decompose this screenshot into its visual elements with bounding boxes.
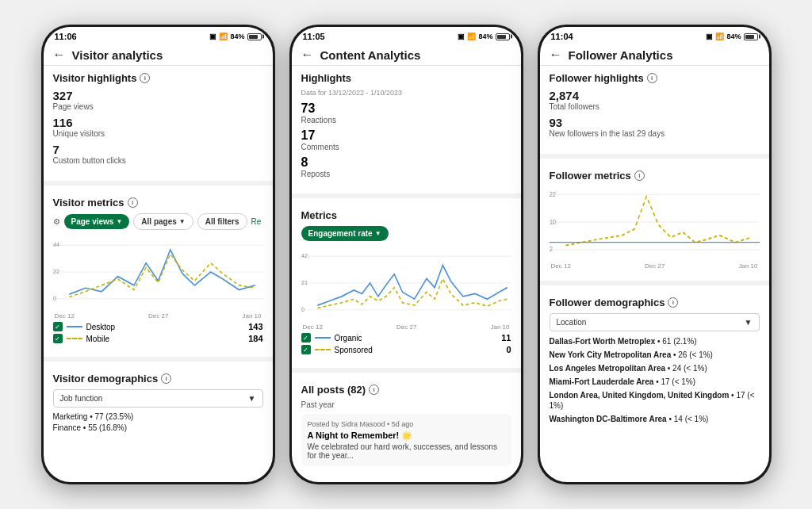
svg-text:0: 0 (53, 295, 56, 302)
all-filters-btn[interactable]: All filters (197, 213, 247, 230)
demo-miami: Miami-Fort Lauderdale Area • 17 (< 1%) (550, 377, 760, 387)
status-icons-2: ▣ 📶 84% (458, 33, 509, 40)
follower-highlights-info-icon[interactable]: i (647, 73, 657, 83)
content-metrics-section: Metrics Engagement rate ▼ (292, 203, 521, 363)
stat-total-followers: 2,874 Total followers (550, 89, 760, 111)
phone-content-2[interactable]: Highlights Data for 13/12/2022 - 1/10/20… (292, 66, 521, 482)
highlight-reactions-num: 73 (301, 101, 511, 116)
all-posts-info-icon[interactable]: i (369, 385, 379, 395)
wifi-icon-2: 📶 (467, 33, 476, 40)
visitor-metrics-title: Visitor metrics i (53, 197, 263, 209)
follower-demographics-info-icon[interactable]: i (668, 297, 678, 308)
legend-organic-checkbox[interactable] (301, 333, 311, 343)
reset-link[interactable]: Re (251, 217, 262, 226)
divider-4 (292, 368, 521, 373)
legend-sponsored-count: 0 (506, 345, 511, 354)
stat-label-unique: Unique visitors (53, 129, 263, 138)
all-posts-section: All posts (82) i Past year Posted by Sid… (292, 377, 521, 473)
page-wrapper: 11:06 ▣ 📶 84% ← Visitor analytics Visito… (0, 9, 812, 500)
legend-mobile-checkbox[interactable] (53, 334, 63, 343)
demo-london: London Area, United Kingdom, United King… (550, 390, 760, 411)
phone-content-3[interactable]: Follower highlights i 2,874 Total follow… (540, 66, 769, 482)
svg-text:10: 10 (550, 218, 556, 226)
visitor-metrics-info-icon[interactable]: i (128, 197, 138, 208)
wifi-icon-1: 📶 (219, 33, 228, 40)
legend-mobile: Mobile 184 (53, 334, 263, 343)
highlight-comments: 17 Comments (301, 128, 511, 151)
status-bar-1: 11:06 ▣ 📶 84% (44, 27, 273, 43)
demo-nyc: New York City Metropolitan Area • 26 (< … (550, 350, 760, 360)
content-metrics-chart: 42 21 0 (301, 247, 511, 319)
data-note: Data for 13/12/2022 - 1/10/2023 (301, 89, 511, 97)
job-function-dropdown[interactable]: Job function ▼ (53, 389, 263, 408)
legend-sponsored-checkbox[interactable] (301, 345, 311, 354)
post-title: A Night to Remember! 🌟 (308, 431, 505, 441)
back-button-3[interactable]: ← (550, 48, 562, 62)
follower-metrics-title: Follower metrics i (550, 170, 760, 182)
follower-demographics-section: Follower demographics i Location ▼ Dalla… (540, 290, 769, 434)
all-pages-filter-btn[interactable]: All pages ▼ (133, 213, 193, 230)
highlight-reactions-lbl: Reactions (301, 116, 511, 124)
stat-number-new: 93 (550, 116, 760, 129)
status-icons-1: ▣ 📶 84% (209, 33, 261, 40)
svg-text:21: 21 (301, 279, 308, 286)
highlight-reactions: 73 Reactions (301, 101, 511, 124)
stat-page-views: 327 Page views (53, 89, 263, 111)
time-1: 11:06 (55, 32, 77, 41)
visitor-demographics-title: Visitor demographics i (53, 373, 263, 385)
visitor-demographics-info-icon[interactable]: i (161, 373, 171, 384)
phone-content-1[interactable]: Visitor highlights i 327 Page views 116 … (44, 66, 273, 482)
battery-icon-3 (744, 33, 758, 40)
stat-number-clicks: 7 (53, 143, 263, 156)
page-title-3: Follower Analytics (569, 48, 673, 62)
time-2: 11:05 (303, 32, 325, 41)
demo-finance: Finance • 55 (16.8%) (53, 423, 263, 432)
legend-sponsored: Sponsored 0 (301, 345, 511, 354)
follower-metrics-info-icon[interactable]: i (634, 170, 645, 181)
location-dropdown-chevron: ▼ (745, 318, 753, 327)
follower-metrics-chart: 22 10 2 (550, 186, 760, 258)
visitor-highlights-info-icon[interactable]: i (140, 73, 150, 83)
signal-icon-2: ▣ (458, 33, 465, 40)
time-3: 11:04 (551, 32, 573, 41)
phone-visitor-analytics: 11:06 ▣ 📶 84% ← Visitor analytics Visito… (41, 25, 275, 484)
divider-6 (540, 281, 769, 285)
location-dropdown[interactable]: Location ▼ (550, 313, 760, 331)
content-metrics-chart-labels: Dec 12 Dec 27 Jan 10 (301, 323, 511, 331)
legend-organic-line (315, 337, 331, 339)
content-highlights-title: Highlights (301, 72, 511, 84)
post-meta: Posted by Sidra Masood • 5d ago (308, 420, 505, 428)
content-highlights-section: Highlights Data for 13/12/2022 - 1/10/20… (292, 66, 521, 189)
legend-desktop-checkbox[interactable] (53, 322, 63, 331)
post-card[interactable]: Posted by Sidra Masood • 5d ago A Night … (301, 414, 511, 466)
phone-content-analytics: 11:05 ▣ 📶 84% ← Content Analytics Highli… (289, 25, 523, 484)
legend-mobile-label: Mobile (86, 335, 109, 343)
page-views-filter-btn[interactable]: Page views ▼ (64, 214, 130, 229)
highlight-comments-lbl: Comments (301, 143, 511, 151)
follower-highlights-section: Follower highlights i 2,874 Total follow… (540, 66, 769, 149)
back-button-2[interactable]: ← (301, 48, 314, 62)
legend-sponsored-label: Sponsored (335, 346, 373, 354)
svg-text:22: 22 (53, 268, 59, 275)
stat-new-followers: 93 New followers in the last 29 days (550, 116, 760, 138)
stat-number-unique: 116 (53, 116, 263, 129)
visitor-demographics-section: Visitor demographics i Job function ▼ Ma… (44, 366, 273, 441)
visitor-metrics-section: Visitor metrics i ⚙ Page views ▼ All pag… (44, 190, 273, 352)
back-button-1[interactable]: ← (53, 48, 66, 62)
highlight-comments-num: 17 (301, 128, 511, 143)
legend-organic: Organic 11 (301, 333, 511, 343)
follower-demographics-title: Follower demographics i (550, 297, 760, 308)
highlight-reposts-num: 8 (301, 155, 511, 170)
svg-text:2: 2 (550, 246, 553, 254)
follower-metrics-section: Follower metrics i 22 10 2 (540, 163, 769, 276)
svg-text:22: 22 (550, 190, 556, 198)
engagement-rate-filter-btn[interactable]: Engagement rate ▼ (301, 226, 389, 241)
status-icons-3: ▣ 📶 84% (706, 33, 757, 40)
demo-dallas: Dallas-Fort Worth Metroplex • 61 (2.1%) (550, 336, 760, 346)
legend-mobile-line (67, 338, 82, 339)
dropdown-chevron: ▼ (248, 394, 256, 403)
filter-settings-icon[interactable]: ⚙ (53, 217, 60, 226)
svg-text:42: 42 (301, 252, 308, 259)
all-posts-subtitle: Past year (301, 400, 511, 409)
demo-marketing: Marketing • 77 (23.5%) (53, 412, 263, 421)
